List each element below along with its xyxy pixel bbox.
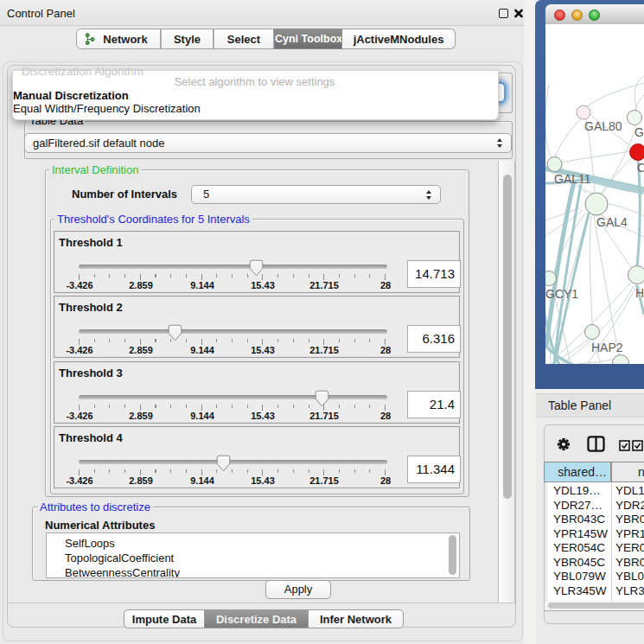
svg-text:G.: G. [634, 125, 644, 139]
svg-text:C: C [637, 161, 644, 175]
svg-text:HAP2: HAP2 [591, 341, 623, 354]
svg-text:GAL4: GAL4 [596, 215, 628, 229]
svg-text:GAL80: GAL80 [584, 119, 622, 133]
svg-text:H: H [635, 286, 644, 300]
svg-text:GCY1: GCY1 [545, 287, 578, 301]
svg-text:GAL11: GAL11 [554, 172, 591, 186]
